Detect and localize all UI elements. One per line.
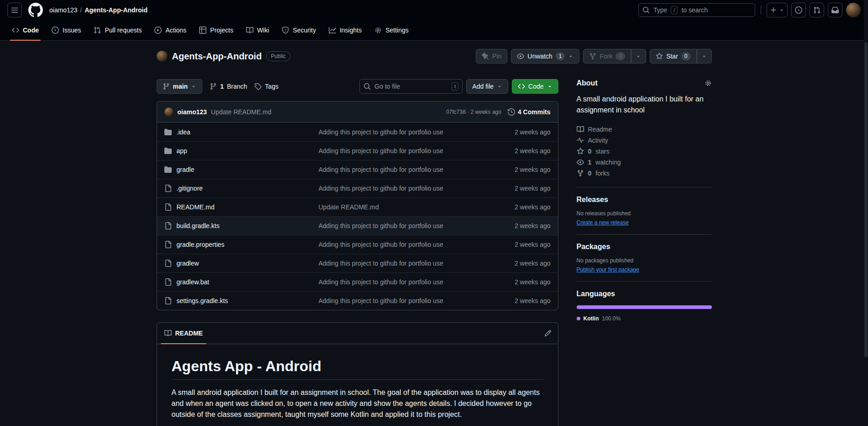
add-file-button[interactable]: Add file bbox=[466, 79, 508, 94]
language-bar[interactable] bbox=[577, 305, 712, 309]
meta-label: Readme bbox=[588, 126, 612, 133]
star-dropdown-button[interactable] bbox=[697, 49, 712, 64]
tags-link[interactable]: Tags bbox=[254, 83, 279, 90]
repo-nav-tab[interactable]: Actions bbox=[148, 20, 193, 40]
file-row[interactable]: gradlew.bat Adding this project to githu… bbox=[157, 272, 558, 291]
pull-requests-dashboard-button[interactable] bbox=[810, 3, 824, 17]
commit-time: 2 weeks ago bbox=[482, 203, 551, 211]
pin-icon bbox=[482, 53, 489, 60]
about-meta-item[interactable]: 0 forks bbox=[577, 168, 712, 179]
about-meta-item[interactable]: 0 stars bbox=[577, 146, 712, 157]
scrollbar-thumb[interactable] bbox=[864, 42, 868, 357]
readme-paragraph: A small android application I built for … bbox=[172, 387, 543, 420]
commit-message-link[interactable]: Adding this project to github for portfo… bbox=[319, 297, 482, 304]
commit-message-link[interactable]: Adding this project to github for portfo… bbox=[319, 222, 482, 229]
eye-icon bbox=[517, 53, 524, 60]
fork-counter: 0 bbox=[615, 52, 625, 60]
file-list: .idea Adding this project to github for … bbox=[157, 122, 558, 310]
commit-message-link[interactable]: Update README.md bbox=[319, 203, 482, 211]
file-row[interactable]: README.md Update README.md 2 weeks ago bbox=[157, 197, 558, 216]
readme-tab[interactable]: README bbox=[157, 323, 210, 344]
user-avatar[interactable] bbox=[846, 3, 861, 17]
meta-count: 0 bbox=[588, 148, 592, 155]
repo-nav-tab[interactable]: Settings bbox=[368, 20, 415, 40]
repo-nav-tab[interactable]: Projects bbox=[193, 20, 240, 40]
breadcrumb-owner[interactable]: oiamo123 bbox=[49, 6, 78, 14]
commit-author-avatar[interactable] bbox=[164, 107, 174, 117]
create-new-button[interactable] bbox=[767, 3, 788, 17]
repo-owner-avatar[interactable] bbox=[157, 51, 168, 62]
file-name[interactable]: .gitignore bbox=[177, 185, 203, 192]
file-name[interactable]: .idea bbox=[177, 128, 190, 136]
file-name[interactable]: settings.gradle.kts bbox=[177, 297, 228, 304]
repo-nav-tab[interactable]: Security bbox=[275, 20, 322, 40]
file-row[interactable]: .gitignore Adding this project to github… bbox=[157, 179, 558, 197]
commit-author[interactable]: oiamo123 bbox=[178, 108, 207, 116]
scrollbar-track[interactable] bbox=[864, 0, 868, 426]
publish-package-link[interactable]: Publish your first package bbox=[577, 266, 639, 273]
file-row[interactable]: build.gradle.kts Adding this project to … bbox=[157, 216, 558, 235]
star-button[interactable]: Star 0 bbox=[650, 49, 696, 64]
file-row[interactable]: gradle Adding this project to github for… bbox=[157, 160, 558, 179]
commit-message-link[interactable]: Adding this project to github for portfo… bbox=[319, 147, 482, 154]
repo-nav-tab[interactable]: Issues bbox=[45, 20, 87, 40]
create-release-link[interactable]: Create a new release bbox=[577, 219, 629, 226]
file-row[interactable]: settings.gradle.kts Adding this project … bbox=[157, 291, 558, 310]
file-name[interactable]: README.md bbox=[177, 203, 215, 211]
breadcrumb-repo[interactable]: Agents-App-Android bbox=[84, 6, 147, 14]
commit-meta[interactable]: 07fc738 · 2 weeks ago bbox=[446, 109, 501, 115]
about-settings-button[interactable] bbox=[705, 80, 712, 87]
file-row[interactable]: .idea Adding this project to github for … bbox=[157, 122, 558, 141]
folder-icon bbox=[164, 128, 172, 136]
commit-message-link[interactable]: Adding this project to github for portfo… bbox=[319, 185, 482, 192]
commit-time: 2 weeks ago bbox=[471, 109, 501, 115]
commit-message-link[interactable]: Adding this project to github for portfo… bbox=[319, 260, 482, 267]
gear-icon bbox=[705, 80, 712, 87]
commit-history-link[interactable]: 4 Commits bbox=[508, 108, 551, 116]
issues-dashboard-button[interactable] bbox=[791, 3, 806, 17]
hamburger-menu-button[interactable] bbox=[7, 3, 22, 17]
tags-label: Tags bbox=[265, 83, 279, 90]
unwatch-button[interactable]: Unwatch 1 bbox=[511, 49, 579, 64]
commit-message-link[interactable]: Adding this project to github for portfo… bbox=[319, 241, 482, 248]
file-row[interactable]: gradle.properties Adding this project to… bbox=[157, 235, 558, 254]
file-name[interactable]: gradle.properties bbox=[177, 241, 225, 248]
commit-message-link[interactable]: Adding this project to github for portfo… bbox=[319, 166, 482, 173]
about-meta-item[interactable]: Readme bbox=[577, 124, 712, 135]
pin-button[interactable]: Pin bbox=[476, 49, 507, 64]
global-search-input[interactable]: Type / to search bbox=[638, 3, 755, 17]
latest-commit-message[interactable]: Update README.md bbox=[211, 108, 271, 116]
about-meta-item[interactable]: Activity bbox=[577, 135, 712, 146]
commit-time: 2 weeks ago bbox=[482, 128, 551, 136]
go-to-file-input[interactable]: Go to file t bbox=[359, 79, 463, 94]
git-pull-request-icon bbox=[813, 6, 821, 14]
branch-selector-button[interactable]: main bbox=[157, 79, 203, 94]
commit-message-link[interactable]: Adding this project to github for portfo… bbox=[319, 128, 482, 136]
file-name[interactable]: app bbox=[177, 147, 187, 154]
branches-link[interactable]: 1 Branch bbox=[210, 83, 247, 90]
repo-title[interactable]: Agents-App-Android bbox=[172, 51, 262, 62]
plus-icon bbox=[770, 6, 777, 14]
search-placeholder-suffix: to search bbox=[681, 6, 708, 14]
about-meta-item[interactable]: 1 watching bbox=[577, 157, 712, 168]
inbox-button[interactable] bbox=[828, 3, 842, 17]
repo-nav-tab[interactable]: Insights bbox=[322, 20, 368, 40]
meta-count: 1 bbox=[588, 159, 592, 166]
code-button[interactable]: Code bbox=[512, 79, 558, 94]
commit-message-link[interactable]: Adding this project to github for portfo… bbox=[319, 278, 482, 286]
file-name[interactable]: build.gradle.kts bbox=[177, 222, 220, 229]
commit-hash[interactable]: 07fc738 bbox=[446, 109, 466, 115]
file-name[interactable]: gradlew bbox=[177, 260, 199, 267]
file-name[interactable]: gradlew.bat bbox=[177, 278, 210, 286]
language-legend-item[interactable]: Kotlin 100.0% bbox=[577, 315, 712, 322]
github-logo[interactable] bbox=[28, 3, 43, 17]
edit-readme-button[interactable] bbox=[544, 330, 552, 337]
fork-button[interactable]: Fork 0 bbox=[583, 49, 631, 64]
fork-dropdown-button[interactable] bbox=[631, 49, 646, 64]
repo-nav-tab[interactable]: Pull requests bbox=[87, 20, 148, 40]
repo-nav-tab[interactable]: Wiki bbox=[240, 20, 275, 40]
file-row[interactable]: app Adding this project to github for po… bbox=[157, 141, 558, 160]
file-name[interactable]: gradle bbox=[177, 166, 195, 173]
file-row[interactable]: gradlew Adding this project to github fo… bbox=[157, 254, 558, 272]
repo-nav-tab[interactable]: Code bbox=[5, 20, 45, 40]
